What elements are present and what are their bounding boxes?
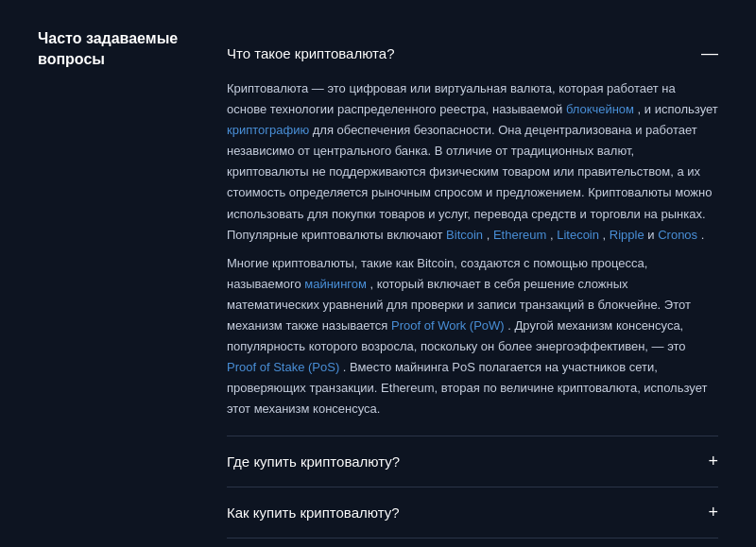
link-litecoin[interactable]: Litecoin xyxy=(557,228,599,242)
faq-answer-para-1: Криптовалюта — это цифровая или виртуаль… xyxy=(227,78,718,246)
link-blockchain[interactable]: блокчейном xyxy=(566,102,634,116)
link-bitcoin[interactable]: Bitcoin xyxy=(446,228,483,242)
link-pos[interactable]: Proof of Stake (PoS) xyxy=(227,360,339,374)
link-mining[interactable]: майнингом xyxy=(304,277,367,291)
faq-item-how-to-trade: Как торговать криптовалютой? + xyxy=(227,538,718,548)
faq-question-what-is-crypto: Что такое криптовалюта? xyxy=(227,45,395,61)
faq-header-what-is-crypto[interactable]: Что такое криптовалюта? — xyxy=(227,28,718,78)
faq-icon-plus-2: + xyxy=(708,503,718,522)
sidebar-title: Часто задаваемые вопросы xyxy=(38,28,189,71)
main-content: Что такое криптовалюта? — Криптовалюта —… xyxy=(227,28,718,547)
link-ripple[interactable]: Ripple xyxy=(610,228,644,242)
link-pow[interactable]: Proof of Work (PoW) xyxy=(391,318,505,333)
faq-header-how-to-buy[interactable]: Как купить криптовалюту? + xyxy=(227,487,718,538)
link-cryptography[interactable]: криптографию xyxy=(227,123,309,137)
faq-question-where-to-buy: Где купить криптовалюту? xyxy=(227,453,400,470)
sidebar: Часто задаваемые вопросы xyxy=(38,28,189,547)
faq-item-how-to-buy: Как купить криптовалюту? + xyxy=(227,487,718,538)
faq-icon-plus-1: + xyxy=(708,452,718,471)
link-ethereum[interactable]: Ethereum xyxy=(493,228,546,242)
faq-item-what-is-crypto: Что такое криптовалюта? — Криптовалюта —… xyxy=(227,28,718,436)
faq-item-where-to-buy: Где купить криптовалюту? + xyxy=(227,436,718,487)
faq-answer-para-2: Многие криптовалюты, такие как Bitcoin, … xyxy=(227,253,718,420)
faq-header-where-to-buy[interactable]: Где купить криптовалюту? + xyxy=(227,436,718,487)
link-cronos[interactable]: Cronos xyxy=(658,228,697,242)
faq-answer-what-is-crypto: Криптовалюта — это цифровая или виртуаль… xyxy=(227,78,718,436)
faq-header-how-to-trade[interactable]: Как торговать криптовалютой? + xyxy=(227,538,718,548)
faq-icon-minus: — xyxy=(701,43,718,63)
faq-question-how-to-buy: Как купить криптовалюту? xyxy=(227,504,400,521)
